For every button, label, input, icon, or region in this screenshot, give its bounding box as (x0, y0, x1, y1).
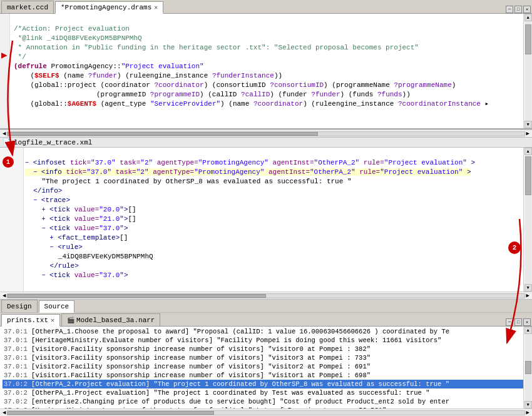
xml-pane: 1 − <infoset tick="37.0" task="2" agentT… (0, 148, 532, 292)
prints-scroll-thumb[interactable] (525, 361, 531, 374)
xml-line-info: − <info tick="37.0" task="2" agentType="… (25, 168, 471, 176)
tab-prints-label: prints.txt (7, 317, 48, 324)
xml-line-tick20: + <tick value="20.0">[] (25, 206, 136, 213)
xml-line-text: "The project 1 coordinated by OtherSP_8 … (25, 178, 352, 185)
editor-line-3: * Annotation in "Public funding in the h… (14, 44, 419, 51)
scroll-right-btn[interactable]: ▶ (525, 130, 531, 137)
xml-line-infoset: − <infoset tick="37.0" task="2" agentTyp… (25, 159, 475, 166)
tab-model-narr[interactable]: 🎬 Model_based_3a.narr (61, 313, 160, 326)
print-line-10: 37.0:2 [HeritageMinistry.Lowering of the… (3, 406, 529, 408)
left-arrow-marker: ▶ (1, 49, 8, 61)
prints-content-area: 37.0:1 [OtherPA_1.Choose the proposal to… (0, 327, 532, 408)
prints-tab-bar: prints.txt ✕ 🎬 Model_based_3a.narr ─ □ ✕ (0, 313, 532, 327)
editor-line-5: (defrule PromotingAgency::"Project evalu… (14, 63, 204, 70)
xml-line-rule-close: </rule> (25, 262, 79, 270)
xml-h-thumb[interactable] (8, 294, 266, 298)
xml-scroll-right[interactable]: ▶ (525, 292, 531, 299)
design-source-tabs: Design Source (0, 299, 532, 313)
xml-scroll-thumb[interactable] (525, 156, 531, 195)
xml-line-info-close: </info> (25, 187, 62, 195)
print-line-1: 37.0:1 [OtherPA_1.Choose the proposal to… (3, 327, 529, 336)
xml-scroll-up[interactable]: ▲ (524, 148, 532, 155)
tab-prints[interactable]: prints.txt ✕ (1, 314, 60, 327)
prints-scrollbar-h[interactable]: ◀ ▶ (0, 408, 532, 416)
prints-scrollbar-v[interactable]: ▲ ▼ (523, 327, 532, 408)
xml-line-tick37b: − <tick value="37.0"> (25, 271, 128, 279)
tab-design-label: Design (7, 303, 32, 310)
xml-scroll-down[interactable]: ▼ (524, 284, 532, 292)
xml-scrollbar-v[interactable]: ▲ ▼ (523, 148, 532, 292)
xml-pane-title: 📄 logfile_w_trace.xml (0, 137, 532, 148)
xml-line-gutter: 1 (0, 148, 24, 292)
print-line-9: 37.0:2 [enterprise2.Changing price of pr… (3, 397, 529, 406)
xml-line-rule-content: _4iDQ8BFVEeKyDM5BPNPMhQ (25, 253, 153, 260)
scroll-thumb[interactable] (525, 24, 531, 54)
narr-file-icon: 🎬 (67, 317, 74, 324)
editor-scrollbar-v[interactable]: ▲ ▼ (523, 14, 532, 128)
prints-scroll-down[interactable]: ▼ (524, 401, 532, 408)
prints-scroll-up[interactable]: ▲ (524, 327, 532, 334)
marker-circle-1: 1 (3, 156, 14, 168)
prints-h-thumb[interactable] (8, 411, 214, 415)
marker-circle-2: 2 (508, 241, 521, 254)
scroll-track (525, 21, 531, 121)
print-line-3: 37.0:1 [visitor0.Facility sponsorship in… (3, 345, 529, 353)
xml-scroll-left[interactable]: ◀ (1, 292, 7, 299)
print-line-8: 37.0:2 [OtherPA_1.Project evaluation] "T… (3, 388, 529, 397)
drams-editor-pane: ▶ /*Action: Project evaluation *@link _4… (0, 14, 532, 129)
prints-maximize[interactable]: □ (514, 318, 522, 326)
close-icon[interactable]: ✕ (154, 4, 158, 11)
xml-line-tick21: + <tick value="21.0">[] (25, 215, 136, 223)
prints-close[interactable]: ✕ (523, 318, 531, 326)
prints-lines: 37.0:1 [OtherPA_1.Choose the proposal to… (0, 327, 532, 408)
print-line-5: 37.0:1 [visitor2.Facility sponsorship in… (3, 362, 529, 371)
xml-h-track (7, 293, 524, 298)
h-track (7, 131, 524, 136)
editor-line-1: /*Action: Project evaluation (14, 25, 130, 33)
scroll-left-btn[interactable]: ◀ (1, 130, 7, 137)
prints-close-icon[interactable]: ✕ (51, 317, 54, 324)
print-line-7-highlighted[interactable]: 37.0:2 [OtherPA_2.Project evaluation] "T… (3, 380, 529, 388)
prints-scroll-left[interactable]: ◀ (1, 409, 7, 416)
editor-line-7: (global::project (coordinator ?coordinat… (14, 81, 456, 89)
tab-promoting-label: *PromotingAgency.drams (61, 4, 151, 11)
prints-minimize[interactable]: ─ (506, 318, 513, 326)
xml-line-tick37: − <tick value="37.0"> (25, 225, 128, 232)
prints-h-track (7, 410, 524, 415)
print-line-6: 37.0:1 [visitor1.Facility sponsorship in… (3, 371, 529, 380)
top-tab-bar: market.ccd *PromotingAgency.drams ✕ ─ □ … (0, 0, 532, 14)
editor-line-2: *@link _4iDQ8BFVEeKyDM5BPNPMhQ (14, 34, 142, 42)
editor-content: /*Action: Project evaluation *@link _4iD… (0, 14, 532, 129)
scroll-up-button[interactable]: ▲ (524, 14, 532, 21)
tab-source[interactable]: Source (39, 300, 75, 313)
editor-line-6: ($SELF$ (name ?funder) (ruleengine_insta… (14, 72, 282, 79)
line-gutter (0, 14, 10, 128)
xml-scroll-track (525, 155, 531, 284)
xml-line-rule-open: − <rule> (25, 243, 83, 251)
close-button[interactable]: ✕ (523, 6, 531, 13)
xml-line-trace-open: − <trace> (25, 196, 70, 204)
print-line-2: 37.0:1 [HeritageMinistry.Evaluate number… (3, 336, 529, 345)
file-icon: 📄 (3, 138, 11, 146)
tab-market-ccd[interactable]: market.ccd (1, 1, 54, 13)
print-line-4: 37.0:1 [visitor3.Facility sponsorship in… (3, 353, 529, 362)
h-thumb[interactable] (8, 132, 317, 136)
tab-promoting-agency[interactable]: *PromotingAgency.drams ✕ (55, 1, 163, 14)
xml-line-fact: + <fact_template>[] (25, 234, 128, 241)
main-layout: market.ccd *PromotingAgency.drams ✕ ─ □ … (0, 0, 532, 416)
prints-win-controls: ─ □ ✕ (506, 318, 531, 326)
minimize-button[interactable]: ─ (506, 6, 513, 13)
xml-scrollbar-h[interactable]: ◀ ▶ (0, 292, 532, 299)
prints-scroll-right[interactable]: ▶ (525, 409, 531, 416)
maximize-button[interactable]: □ (514, 6, 522, 13)
tab-source-label: Source (44, 303, 69, 310)
scroll-down-button[interactable]: ▼ (524, 121, 532, 128)
tab-market-label: market.ccd (7, 4, 48, 11)
prints-scroll-track (525, 334, 531, 401)
editor-line-9: (global::$AGENT$ (agent_type "ServicePro… (14, 100, 489, 108)
editor-scrollbar-h[interactable]: ◀ ▶ (0, 129, 532, 137)
xml-filename-label: logfile_w_trace.xml (14, 139, 92, 146)
editor-line-4: */ (14, 53, 26, 61)
tab-design[interactable]: Design (1, 300, 38, 312)
window-controls: ─ □ ✕ (506, 6, 531, 13)
